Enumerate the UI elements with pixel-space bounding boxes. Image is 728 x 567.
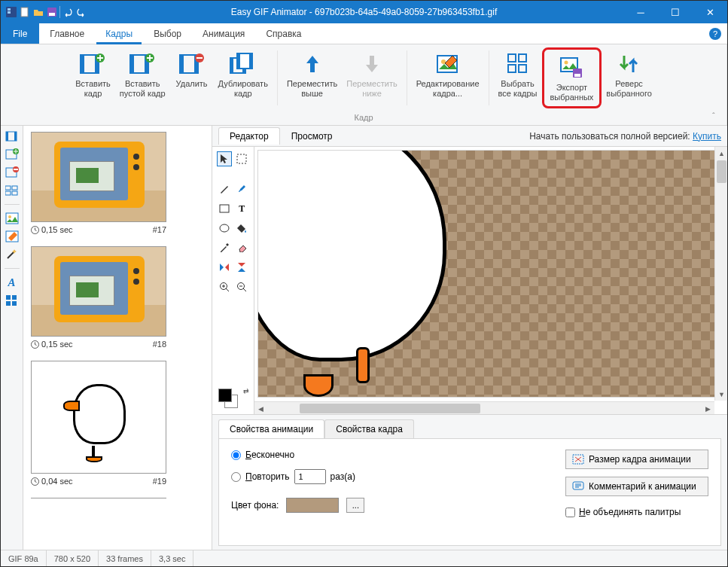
promo-text: Начать пользоваться полной версией: Купи… bbox=[529, 131, 721, 142]
svg-rect-3 bbox=[21, 8, 28, 17]
text-tool[interactable]: T bbox=[235, 201, 250, 216]
frames-grid-icon[interactable] bbox=[5, 184, 19, 197]
svg-rect-45 bbox=[5, 191, 11, 195]
svg-rect-28 bbox=[519, 54, 526, 62]
tab-preview[interactable]: Просмотр bbox=[280, 127, 344, 145]
frame-thumbnail[interactable] bbox=[31, 361, 166, 474]
move-down-button[interactable]: Переместить ниже bbox=[342, 47, 401, 108]
ribbon-group-label: Кадр bbox=[4, 113, 723, 123]
properties-panel: Свойства анимации Свойства кадра Бесконе… bbox=[212, 414, 727, 550]
bg-label: Цвет фона: bbox=[231, 500, 279, 511]
svg-rect-27 bbox=[508, 54, 516, 62]
frames-panel[interactable]: 0,15 sec #17 0,15 sec #18 0,04 sec #19 bbox=[23, 126, 212, 550]
eyedropper-tool[interactable] bbox=[217, 240, 232, 255]
marquee-tool[interactable] bbox=[235, 151, 250, 166]
frame-item[interactable]: 0,15 sec #18 bbox=[31, 246, 204, 349]
scroll-right-icon[interactable]: ▶ bbox=[702, 402, 714, 414]
status-dimensions: 780 x 520 bbox=[47, 550, 99, 566]
close-button[interactable]: ✕ bbox=[693, 1, 727, 23]
brush-tool[interactable] bbox=[235, 181, 250, 197]
tab-help[interactable]: Справка bbox=[255, 23, 312, 44]
insert-empty-frame-button[interactable]: Вставить пустой кадр bbox=[115, 47, 170, 108]
select-all-button[interactable]: Выбрать все кадры bbox=[494, 47, 542, 108]
svg-rect-15 bbox=[180, 55, 184, 73]
new-icon[interactable] bbox=[19, 6, 31, 18]
radio-repeat[interactable]: Повторить раз(а) bbox=[231, 469, 364, 484]
quick-access-toolbar bbox=[1, 6, 92, 18]
no-merge-checkbox[interactable]: Не объединять палитры bbox=[565, 507, 708, 517]
pencil-tool[interactable] bbox=[217, 181, 232, 197]
undo-icon[interactable] bbox=[62, 6, 74, 18]
tab-editor[interactable]: Редактор bbox=[218, 127, 280, 145]
bg-color-swatch[interactable] bbox=[286, 498, 339, 513]
scroll-up-icon[interactable]: ▲ bbox=[715, 147, 727, 160]
svg-rect-11 bbox=[130, 55, 134, 73]
delete-frame-button[interactable]: Удалить bbox=[170, 47, 214, 108]
edit-tool-icon[interactable] bbox=[5, 230, 19, 242]
flip-h-tool[interactable] bbox=[217, 260, 232, 275]
svg-rect-24 bbox=[249, 53, 252, 69]
eraser-tool[interactable] bbox=[235, 240, 250, 255]
redo-icon[interactable] bbox=[75, 6, 87, 18]
magic-wand-icon[interactable] bbox=[5, 248, 19, 261]
help-icon[interactable]: ? bbox=[709, 28, 721, 40]
repeat-count-input[interactable] bbox=[294, 469, 326, 484]
tab-selection[interactable]: Выбор bbox=[143, 23, 192, 44]
fill-tool[interactable] bbox=[235, 221, 250, 236]
grid-tool-icon[interactable] bbox=[6, 295, 18, 307]
frame-item[interactable]: 0,04 sec #19 bbox=[31, 361, 204, 486]
frame-size-button[interactable]: Размер кадра анимации bbox=[565, 450, 708, 469]
save-icon[interactable] bbox=[46, 6, 58, 18]
duplicate-frame-button[interactable]: Дублировать кадр bbox=[214, 47, 273, 108]
frame-time: 0,15 sec bbox=[31, 225, 73, 234]
open-icon[interactable] bbox=[32, 6, 44, 18]
flip-v-tool[interactable] bbox=[235, 260, 250, 275]
tab-file[interactable]: File bbox=[1, 23, 39, 44]
horizontal-scrollbar[interactable]: ◀ ▶ bbox=[254, 401, 714, 414]
canvas-viewport[interactable] bbox=[257, 150, 724, 398]
move-up-button[interactable]: Переместить выше bbox=[282, 47, 342, 108]
tab-main[interactable]: Главное bbox=[39, 23, 95, 44]
tab-anim-props[interactable]: Свойства анимации bbox=[218, 419, 324, 438]
insert-frame-button[interactable]: Вставить кадр bbox=[71, 47, 115, 108]
pointer-tool[interactable] bbox=[217, 151, 232, 166]
wizard-icon[interactable] bbox=[5, 130, 19, 142]
svg-point-59 bbox=[220, 224, 229, 232]
maximize-button[interactable]: ☐ bbox=[658, 1, 693, 23]
frame-item[interactable]: 0,15 sec #17 bbox=[31, 132, 204, 234]
svg-rect-2 bbox=[8, 11, 11, 14]
bg-color-picker-button[interactable]: ... bbox=[346, 498, 364, 513]
minimize-button[interactable]: ─ bbox=[623, 1, 658, 23]
ribbon-tabs: File Главное Кадры Выбор Анимация Справк… bbox=[1, 23, 727, 44]
zoom-in-tool[interactable] bbox=[217, 279, 232, 294]
export-selected-button[interactable]: Экспорт выбранных bbox=[546, 51, 599, 105]
radio-infinite[interactable]: Бесконечно bbox=[231, 450, 364, 460]
image-tool-icon[interactable] bbox=[5, 212, 19, 224]
tool-palette: T ⇄ bbox=[212, 147, 254, 414]
rect-tool[interactable] bbox=[217, 201, 232, 216]
ellipse-tool[interactable] bbox=[217, 221, 232, 236]
vertical-scrollbar[interactable]: ▲ ▼ bbox=[714, 147, 727, 401]
tab-frame-props[interactable]: Свойства кадра bbox=[324, 419, 414, 438]
remove-frame-icon[interactable] bbox=[5, 166, 19, 178]
scroll-down-icon[interactable]: ▼ bbox=[715, 388, 727, 401]
reverse-button[interactable]: Реверс выбранного bbox=[602, 47, 656, 108]
text-tool-icon[interactable]: A bbox=[8, 276, 15, 289]
add-frame-icon[interactable] bbox=[5, 148, 19, 160]
tab-frames[interactable]: Кадры bbox=[95, 23, 143, 44]
buy-link[interactable]: Купить bbox=[693, 131, 721, 142]
scroll-left-icon[interactable]: ◀ bbox=[254, 402, 267, 414]
svg-rect-23 bbox=[237, 53, 240, 69]
frame-thumbnail[interactable] bbox=[31, 246, 166, 337]
zoom-out-tool[interactable] bbox=[235, 279, 250, 294]
resize-icon bbox=[572, 454, 584, 465]
frame-number: #18 bbox=[153, 340, 166, 349]
edit-frame-button[interactable]: Редактирование кадра... bbox=[412, 47, 484, 108]
main-area: A 0,15 sec #17 0,15 sec #18 bbox=[1, 126, 727, 550]
frame-thumbnail[interactable] bbox=[31, 132, 166, 222]
tab-animation[interactable]: Анимация bbox=[192, 23, 255, 44]
statusbar: GIF 89a 780 x 520 33 frames 3,3 sec bbox=[1, 550, 727, 566]
ribbon-collapse-icon[interactable]: ˆ bbox=[712, 111, 723, 122]
color-swatches[interactable]: ⇄ bbox=[217, 387, 249, 410]
comment-button[interactable]: Комментарий к анимации bbox=[565, 477, 708, 496]
